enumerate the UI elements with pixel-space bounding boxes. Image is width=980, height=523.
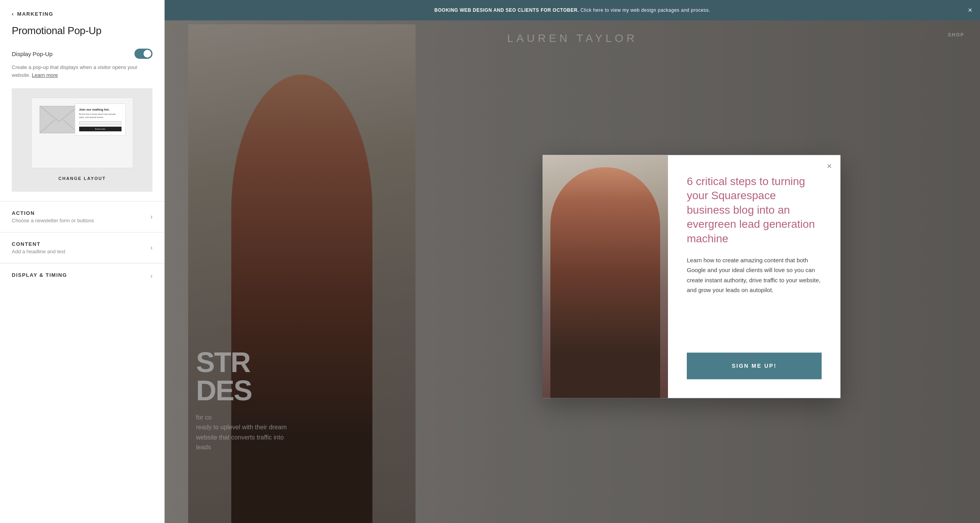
accordion-display-header[interactable]: DISPLAY & TIMING › (0, 263, 164, 288)
popup-right-content: × 6 critical steps to turning your Squar… (668, 155, 840, 398)
mockup-card-input (79, 121, 122, 125)
accordion-content-title: CONTENT (12, 241, 65, 247)
popup-modal: × 6 critical steps to turning your Squar… (543, 155, 840, 398)
accordion-action: ACTION Choose a newsletter form or butto… (0, 201, 164, 232)
website-preview: BOOKING WEB DESIGN AND SEO CLIENTS FOR O… (165, 0, 980, 523)
change-layout-button[interactable]: CHANGE LAYOUT (58, 174, 106, 182)
page-title: Promotional Pop-Up (0, 25, 164, 49)
popup-person-image (550, 167, 660, 398)
back-nav[interactable]: ‹ MARKETING (0, 0, 164, 25)
accordion-content-chevron-icon: › (151, 244, 152, 251)
accordion-content-subtitle: Add a headline and text (12, 249, 65, 254)
accordion-action-title: ACTION (12, 210, 94, 216)
accordion-action-subtitle: Choose a newsletter form or buttons (12, 218, 94, 223)
accordion-action-header[interactable]: ACTION Choose a newsletter form or butto… (0, 202, 164, 232)
mockup-card-btn-label: Subscribe (95, 128, 105, 130)
popup-headline: 6 critical steps to turning your Squares… (687, 174, 822, 246)
popup-body-text: Learn how to create amazing content that… (687, 255, 822, 295)
popup-left-image (543, 155, 668, 398)
website-content-area: LAUREN TAYLOR SHOP STR DES for co ready … (165, 20, 980, 523)
toggle-row: Display Pop-Up (0, 49, 164, 64)
toggle-description: Create a pop-up that displays when a vis… (0, 64, 164, 88)
accordion-action-chevron-icon: › (151, 213, 152, 220)
left-panel: ‹ MARKETING Promotional Pop-Up Display P… (0, 0, 165, 523)
display-popup-toggle[interactable] (134, 49, 152, 59)
mockup-card-title: Join our mailing list. (79, 108, 122, 111)
accordion-content-header[interactable]: CONTENT Add a headline and text › (0, 232, 164, 263)
learn-more-link[interactable]: Learn more (32, 72, 58, 78)
mockup-card-btn: Subscribe (79, 127, 122, 131)
accordion-display-title: DISPLAY & TIMING (12, 272, 67, 278)
mockup-card-text: Be the first to know about new arrivals,… (79, 113, 122, 119)
mockup-envelope-icon (40, 106, 79, 133)
mockup-popup-card: Join our mailing list. Be the first to k… (75, 104, 126, 136)
accordion-content: CONTENT Add a headline and text › (0, 232, 164, 263)
layout-preview-mockup: Join our mailing list. Be the first to k… (31, 98, 133, 168)
back-arrow-icon: ‹ (12, 11, 14, 17)
announcement-close-button[interactable]: × (968, 6, 972, 15)
popup-cta-button[interactable]: SIGN ME UP! (687, 352, 822, 379)
popup-overlay: × 6 critical steps to turning your Squar… (165, 20, 980, 523)
accordion-content-info: CONTENT Add a headline and text (12, 241, 65, 254)
accordion-display-info: DISPLAY & TIMING (12, 272, 67, 280)
accordion-display: DISPLAY & TIMING › (0, 263, 164, 288)
accordion-action-content: ACTION Choose a newsletter form or butto… (12, 210, 94, 223)
accordion-display-chevron-icon: › (151, 272, 152, 280)
popup-close-button[interactable]: × (827, 162, 832, 171)
announcement-bar: BOOKING WEB DESIGN AND SEO CLIENTS FOR O… (165, 0, 980, 20)
svg-rect-0 (40, 106, 79, 133)
toggle-label: Display Pop-Up (12, 51, 53, 57)
announcement-text: BOOKING WEB DESIGN AND SEO CLIENTS FOR O… (434, 7, 710, 13)
popup-text-area: 6 critical steps to turning your Squares… (687, 174, 822, 309)
preview-box: Join our mailing list. Be the first to k… (12, 88, 152, 192)
back-nav-label: MARKETING (17, 11, 53, 17)
